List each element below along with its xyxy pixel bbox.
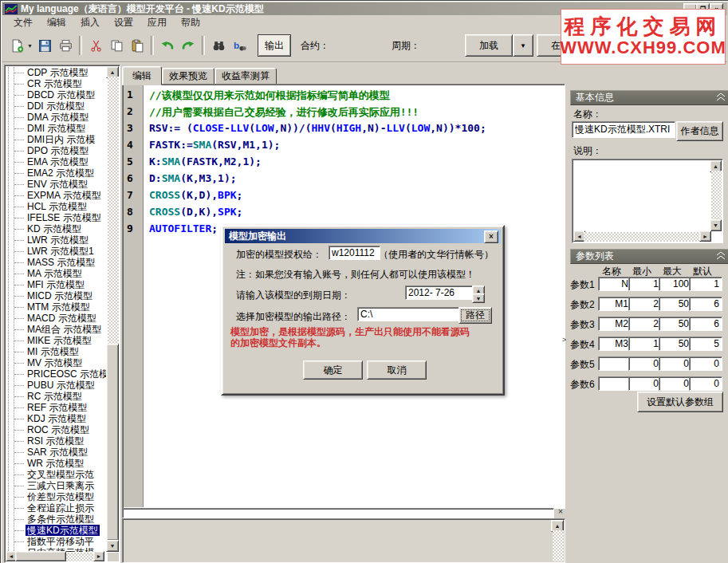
tab-edit[interactable]: 编辑 [122,66,162,85]
description-textarea[interactable]: ▲ ▼ ◄ ► [572,159,723,243]
param-min-input[interactable] [628,277,662,291]
param-default-input[interactable] [689,337,722,351]
tree-item[interactable]: HCL 示范模型 [6,201,107,212]
menu-item-2[interactable]: 插入 [74,15,106,30]
param-name-input[interactable] [598,317,632,331]
param-min-input[interactable] [628,376,662,391]
tree-item[interactable]: ROC 示范模型 [6,424,107,435]
tree-item[interactable]: EMA 示范模型 [6,156,107,167]
tree-item[interactable]: PUBU 示范模型 [6,380,107,391]
tree-item[interactable]: DBCD 示范模型 [6,89,107,100]
tree-item[interactable]: DDI 示范模型 [6,100,107,112]
param-min-input[interactable] [628,337,662,351]
tree-item[interactable]: MTM 示范模型 [6,301,107,313]
redo-button[interactable] [179,36,198,55]
output-button[interactable]: 输出 [258,34,291,57]
load-dropdown-button[interactable]: ▼ [513,34,533,57]
code-line[interactable]: CROSS(D,K),SPK; [149,206,564,222]
menu-item-5[interactable]: 帮助 [175,15,207,30]
code-line[interactable]: //该模型仅仅用来示范如何根据指标编写简单的模型 [149,89,564,105]
save-button[interactable] [35,36,54,55]
param-min-input[interactable] [628,356,662,371]
set-default-params-button[interactable]: 设置默认参数组 [637,392,723,412]
tree-item[interactable]: 三减六日乘离示 [6,480,107,491]
browse-path-button[interactable]: 路径 [458,307,492,324]
tree-item[interactable]: KDJ 示范模型 [6,413,107,424]
param-min-input[interactable] [628,297,662,311]
tree-item[interactable]: MIKE 示范模型 [6,335,107,346]
find-icon[interactable] [209,36,228,55]
tree-item[interactable]: 多条件示范模型 [6,514,107,525]
tree-item[interactable]: LWR 示范模型 [6,234,107,246]
desc-vscrollbar-track[interactable] [711,171,722,221]
tree-item[interactable]: ENV 示范模型 [6,179,107,190]
copy-button[interactable] [107,36,126,55]
desc-scroll-right-button[interactable]: ► [699,230,711,242]
code-line[interactable]: K:SMA(FASTK,M2,1); [149,156,564,172]
param-max-input[interactable] [659,356,692,371]
tree-item[interactable]: MI 示范模型 [6,346,107,357]
tree-scroll-down-button[interactable]: ▼ [106,540,119,552]
code-line[interactable]: RSV:= (CLOSE-LLV(LOW,N))/(HHV(HIGH,N)-LL… [149,122,564,139]
tree-item[interactable]: REF 示范模型 [6,402,107,413]
tree-item[interactable]: MASS 示范模型 [6,257,107,268]
author-info-button[interactable]: 作者信息 [676,121,723,141]
menu-item-0[interactable]: 文件 [7,15,39,30]
dialog-close-button[interactable]: × [484,230,498,243]
model-name-input[interactable] [572,121,675,138]
param-name-input[interactable] [598,297,632,311]
expiry-date-input[interactable] [405,285,474,300]
menu-item-3[interactable]: 设置 [108,15,140,30]
param-max-input[interactable] [659,277,692,291]
tree-item[interactable]: MA 示范模型 [6,268,107,279]
param-list-header[interactable]: 参数列表 [570,249,728,264]
tree-item[interactable]: 全程追踪止损示 [6,502,107,514]
param-name-input[interactable] [598,356,632,371]
auth-account-input[interactable] [329,246,380,260]
param-default-input[interactable] [689,277,722,291]
tree-item[interactable]: KD 示范模型 [6,223,107,234]
tree-item[interactable]: DPO 示范模型 [6,145,107,156]
tree-item[interactable]: MA组合 示范模型 [6,324,107,335]
tree-item[interactable]: 指数平滑移动平 [6,536,107,547]
tree-item[interactable]: EXPMA 示范模型 [6,190,107,201]
collapse-chevrons-icon[interactable] [714,251,727,262]
editor-hscrollbar[interactable] [122,508,554,518]
tree-item[interactable]: RC 示范模型 [6,391,107,402]
paste-button[interactable] [128,36,147,55]
tree-item[interactable]: EMA2 示范模型 [6,167,107,179]
param-default-input[interactable] [689,356,722,371]
tree-item[interactable]: 价差型示范模型 [6,491,107,502]
tree-hscrollbar-thumb[interactable] [15,551,66,561]
param-min-input[interactable] [628,317,662,331]
param-default-input[interactable] [689,376,722,391]
menu-item-1[interactable]: 编辑 [41,15,73,30]
collapse-chevrons-icon[interactable] [714,93,727,104]
code-line[interactable]: CROSS(K,D),BPK; [149,189,564,206]
tree-item[interactable]: 交叉型模型示范 [6,469,107,480]
tree-item[interactable]: DMI 示范模型 [6,123,107,134]
cancel-button[interactable]: 取消 [367,360,427,380]
tree-scroll-right-button[interactable]: ► [93,551,104,561]
tree-item[interactable]: PRICEOSC 示范模 [6,368,107,380]
output-vscrollbar-track[interactable] [553,530,564,561]
desc-scroll-down-button[interactable]: ▼ [710,219,722,231]
load-button[interactable]: 加载 [465,34,513,57]
find-text-icon[interactable]: b [230,36,249,55]
tree-item[interactable]: DMA 示范模型 [6,112,107,123]
undo-button[interactable] [158,36,177,55]
basic-info-header[interactable]: 基本信息 [570,90,728,105]
tree-vscrollbar-thumb[interactable] [106,344,119,541]
date-spin-down-button[interactable]: ▼ [472,293,485,303]
param-name-input[interactable] [598,376,632,391]
param-name-input[interactable] [598,277,632,291]
param-name-input[interactable] [598,337,632,351]
tree-item[interactable]: SAR 示范模型 [6,447,107,458]
ok-button[interactable]: 确定 [303,360,363,380]
param-default-input[interactable] [689,317,722,331]
tree-item[interactable]: IFELSE 示范模型 [6,212,107,223]
tab-yield-test[interactable]: 收益率测算 [214,68,277,85]
param-max-input[interactable] [659,376,692,391]
tree-item[interactable]: WR 示范模型 [6,458,107,469]
code-line[interactable]: FASTK:=SMA(RSV,M1,1); [149,139,564,156]
